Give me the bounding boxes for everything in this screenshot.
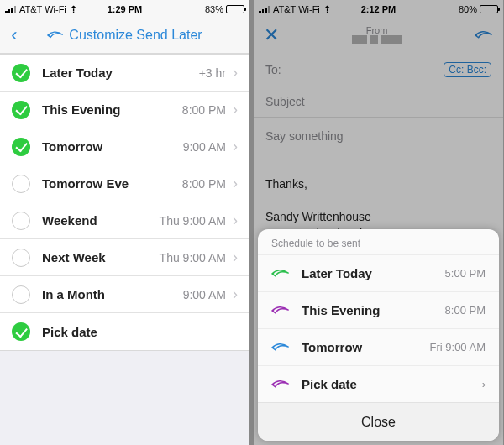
checkmark-off-icon [12, 175, 30, 193]
customize-send-later-screen: AT&T Wi-Fi ⇡ 1:29 PM 83% ‹ Customize Sen… [0, 0, 249, 445]
wifi-icon: ⇡ [70, 4, 77, 15]
nav-bar: ‹ Customize Send Later [0, 17, 249, 54]
option-value: 9:00 AM [183, 288, 226, 301]
chevron-right-icon: › [233, 64, 238, 81]
option-row[interactable]: In a Month9:00 AM› [0, 276, 249, 313]
option-label: Weekend [42, 213, 97, 228]
checkmark-off-icon [12, 212, 30, 230]
option-row[interactable]: This Evening8:00 PM› [0, 92, 249, 128]
schedule-option[interactable]: TomorrowFri 9:00 AM [258, 328, 499, 365]
carrier-label: AT&T Wi-Fi [19, 4, 66, 14]
page-title: Customize Send Later [0, 28, 249, 43]
option-label: Tomorrow Eve [42, 176, 129, 191]
checkmark-on-icon [12, 322, 30, 341]
option-value: 8:00 PM [182, 103, 226, 117]
option-value: 9:00 AM [183, 140, 226, 154]
option-value: Thu 9:00 AM [160, 251, 226, 264]
schedule-value: › [482, 378, 486, 390]
checkmark-on-icon [12, 64, 30, 82]
back-button[interactable]: ‹ [0, 24, 29, 46]
chevron-right-icon: › [233, 285, 238, 303]
chevron-right-icon: › [233, 101, 238, 118]
schedule-label: Pick date [302, 377, 357, 391]
schedule-sheet: Schedule to be sent Later Today5:00 PMTh… [258, 229, 499, 441]
chevron-right-icon: › [233, 212, 238, 229]
paper-plane-icon [47, 29, 64, 42]
paper-plane-icon [271, 267, 290, 280]
paper-plane-icon [271, 378, 290, 391]
option-label: This Evening [42, 102, 120, 117]
option-value: Thu 9:00 AM [160, 214, 226, 228]
sheet-title: Schedule to be sent [258, 229, 499, 254]
schedule-value: Fri 9:00 AM [430, 341, 486, 353]
option-row[interactable]: Later Today+3 hr› [0, 55, 249, 92]
option-value: +3 hr [199, 66, 226, 80]
status-time: 1:29 PM [85, 4, 165, 14]
paper-plane-icon [271, 341, 290, 354]
compose-screen: AT&T Wi-Fi ⇡ 2:12 PM 80% ✕ From To: Cc: … [254, 0, 503, 445]
option-value: 8:00 PM [182, 177, 226, 191]
send-later-options-list: Later Today+3 hr›This Evening8:00 PM›Tom… [0, 54, 249, 351]
option-row[interactable]: Tomorrow9:00 AM› [0, 128, 249, 165]
chevron-right-icon: › [233, 138, 238, 155]
schedule-option[interactable]: This Evening8:00 PM [258, 291, 499, 328]
checkmark-on-icon [12, 101, 30, 119]
schedule-label: Tomorrow [302, 340, 362, 354]
checkmark-on-icon [12, 138, 30, 156]
battery-icon [226, 5, 244, 13]
signal-icon [5, 6, 16, 13]
option-label: Next Week [42, 250, 106, 264]
option-row[interactable]: Tomorrow Eve8:00 PM› [0, 165, 249, 202]
option-row[interactable]: WeekendThu 9:00 AM› [0, 202, 249, 239]
option-label: Later Today [42, 65, 113, 80]
option-label: Tomorrow [42, 139, 102, 154]
sheet-close-button[interactable]: Close [258, 402, 499, 441]
schedule-value: 8:00 PM [445, 304, 486, 317]
option-label: Pick date [42, 325, 97, 339]
paper-plane-icon [271, 304, 290, 317]
schedule-label: Later Today [302, 266, 372, 280]
battery-percent: 83% [205, 4, 223, 14]
chevron-right-icon: › [233, 175, 238, 192]
schedule-value: 5:00 PM [445, 267, 486, 280]
option-row[interactable]: Pick date [0, 313, 249, 350]
option-label: In a Month [42, 287, 105, 301]
schedule-label: This Evening [302, 303, 380, 317]
status-bar: AT&T Wi-Fi ⇡ 1:29 PM 83% [0, 0, 249, 17]
checkmark-off-icon [12, 249, 30, 267]
schedule-option[interactable]: Pick date› [258, 365, 499, 402]
schedule-option[interactable]: Later Today5:00 PM [258, 254, 499, 291]
checkmark-off-icon [12, 285, 30, 304]
chevron-right-icon: › [233, 249, 238, 266]
option-row[interactable]: Next WeekThu 9:00 AM› [0, 239, 249, 276]
